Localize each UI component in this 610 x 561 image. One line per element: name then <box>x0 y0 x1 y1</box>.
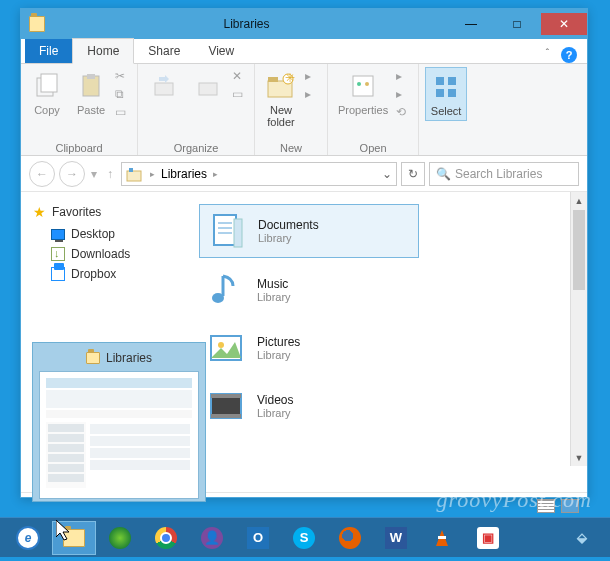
copy-icon <box>31 70 63 102</box>
svg-rect-28 <box>211 394 241 398</box>
open-icon[interactable]: ▸ <box>396 69 412 85</box>
svg-rect-31 <box>438 536 446 539</box>
svg-rect-19 <box>214 215 236 245</box>
recent-dropdown-icon[interactable]: ▾ <box>89 167 99 181</box>
svg-rect-29 <box>211 414 241 418</box>
title-bar[interactable]: Libraries — □ ✕ <box>21 9 587 39</box>
paste-button[interactable]: Paste <box>71 67 111 119</box>
sidebar-favorites[interactable]: ★ Favorites <box>21 200 191 224</box>
pasteshortcut-icon[interactable]: ▭ <box>115 105 131 121</box>
copyto-icon <box>192 70 224 102</box>
minimize-button[interactable]: — <box>448 13 494 35</box>
taskbar-explorer[interactable] <box>52 521 96 555</box>
scroll-thumb[interactable] <box>573 210 585 290</box>
sidebar-item-dropbox[interactable]: Dropbox <box>21 264 191 284</box>
paste-icon <box>75 70 107 102</box>
tab-file[interactable]: File <box>25 39 72 63</box>
library-videos[interactable]: VideosLibrary <box>199 380 419 432</box>
refresh-button[interactable]: ↻ <box>401 162 425 186</box>
taskbar-app1[interactable] <box>98 521 142 555</box>
svg-rect-4 <box>155 83 173 95</box>
watermark: groovyPost.com <box>436 487 592 513</box>
taskbar-dropbox[interactable]: ⬙ <box>560 521 604 555</box>
easyaccess-icon[interactable]: ▸ <box>305 87 321 103</box>
svg-rect-17 <box>127 171 141 181</box>
scrollbar[interactable]: ▲ ▼ <box>570 192 587 466</box>
libraries-icon <box>126 166 144 182</box>
maximize-button[interactable]: □ <box>494 13 540 35</box>
library-pictures[interactable]: PicturesLibrary <box>199 322 419 374</box>
edit-icon[interactable]: ▸ <box>396 87 412 103</box>
newitem-icon[interactable]: ▸ <box>305 69 321 85</box>
taskbar-ie[interactable] <box>6 521 50 555</box>
library-documents[interactable]: DocumentsLibrary <box>199 204 419 258</box>
app-icon: ▣ <box>477 527 499 549</box>
up-button[interactable]: ↑ <box>103 167 117 181</box>
group-open: Properties ▸ ▸ ⟲ Open <box>328 64 419 155</box>
newfolder-icon: ✳ <box>265 70 297 102</box>
search-icon: 🔍 <box>436 167 451 181</box>
taskbar-preview[interactable]: Libraries <box>32 342 206 502</box>
svg-rect-10 <box>353 76 373 96</box>
cut-icon[interactable]: ✂ <box>115 69 131 85</box>
copypath-icon[interactable]: ⧉ <box>115 87 131 103</box>
outlook-icon: O <box>247 527 269 549</box>
taskbar-app3[interactable]: ▣ <box>466 521 510 555</box>
taskbar-outlook[interactable]: O <box>236 521 280 555</box>
scroll-up-icon[interactable]: ▲ <box>571 192 587 209</box>
help-icon[interactable]: ? <box>561 47 577 63</box>
select-button[interactable]: Select <box>425 67 467 121</box>
svg-rect-16 <box>448 89 456 97</box>
firefox-icon <box>339 527 361 549</box>
taskbar-chrome[interactable] <box>144 521 188 555</box>
sidebar-item-desktop[interactable]: Desktop <box>21 224 191 244</box>
moveto-button[interactable] <box>144 67 184 105</box>
tab-home[interactable]: Home <box>72 38 134 64</box>
scroll-down-icon[interactable]: ▼ <box>571 449 587 466</box>
purple-icon: 👤 <box>201 527 223 549</box>
delete-icon[interactable]: ✕ <box>232 69 248 85</box>
taskbar-skype[interactable]: S <box>282 521 326 555</box>
library-music[interactable]: MusicLibrary <box>199 264 419 316</box>
ribbon-collapse-icon[interactable]: ˆ <box>540 44 555 63</box>
svg-rect-13 <box>436 77 444 85</box>
preview-thumb[interactable] <box>39 371 199 499</box>
address-combo[interactable]: ▸ Libraries ▸ ⌄ <box>121 162 397 186</box>
svg-rect-3 <box>87 74 95 79</box>
forward-button[interactable]: → <box>59 161 85 187</box>
svg-rect-23 <box>234 219 242 247</box>
taskbar-firefox[interactable] <box>328 521 372 555</box>
tab-share[interactable]: Share <box>134 39 194 63</box>
copyto-button[interactable] <box>188 67 228 105</box>
taskbar-vlc[interactable] <box>420 521 464 555</box>
move-icon <box>148 70 180 102</box>
group-select: Select <box>419 64 473 155</box>
history-icon[interactable]: ⟲ <box>396 105 412 121</box>
music-icon <box>207 270 247 310</box>
breadcrumb[interactable]: Libraries <box>161 167 207 181</box>
folder-icon <box>29 16 45 32</box>
newfolder-button[interactable]: ✳ New folder <box>261 67 301 131</box>
taskbar-app2[interactable]: 👤 <box>190 521 234 555</box>
tab-view[interactable]: View <box>194 39 248 63</box>
taskbar-word[interactable]: W <box>374 521 418 555</box>
desktop-icon <box>51 229 65 240</box>
ribbon: Copy Paste ✂ ⧉ ▭ Clipboard ✕ <box>21 64 587 156</box>
pictures-icon <box>207 328 247 368</box>
downloads-icon <box>51 247 65 261</box>
svg-point-26 <box>218 342 224 348</box>
back-button[interactable]: ← <box>29 161 55 187</box>
addr-dropdown-icon[interactable]: ⌄ <box>382 167 392 181</box>
svg-rect-1 <box>41 74 57 92</box>
ie-icon <box>16 526 40 550</box>
preview-title: Libraries <box>106 351 152 365</box>
dropbox-icon <box>51 267 65 281</box>
skype-icon: S <box>293 527 315 549</box>
videos-icon <box>207 386 247 426</box>
sidebar-item-downloads[interactable]: Downloads <box>21 244 191 264</box>
rename-icon[interactable]: ▭ <box>232 87 248 103</box>
close-button[interactable]: ✕ <box>541 13 587 35</box>
properties-button[interactable]: Properties <box>334 67 392 119</box>
copy-button[interactable]: Copy <box>27 67 67 119</box>
search-input[interactable]: 🔍 Search Libraries <box>429 162 579 186</box>
